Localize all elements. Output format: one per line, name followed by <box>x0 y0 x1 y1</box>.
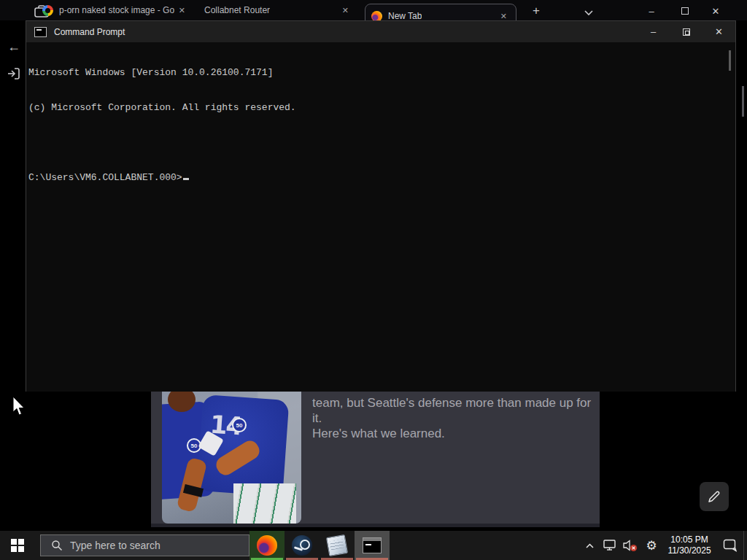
new-tab-icon[interactable]: + <box>527 4 546 19</box>
gear-icon: ⚙ <box>646 538 657 553</box>
browser-tab-collabnet-router[interactable]: Collabnet Router ✕ <box>196 0 360 20</box>
cmd-icon <box>363 537 382 553</box>
tab-close-icon[interactable]: ✕ <box>498 12 510 21</box>
clock-date: 11/30/2025 <box>666 545 713 556</box>
news-excerpt-line2: Here's what we learned. <box>312 426 593 441</box>
tab-close-icon[interactable]: ✕ <box>339 6 352 15</box>
cmd-titlebar[interactable]: Command Prompt – ✕ <box>26 21 735 42</box>
taskbar-search[interactable] <box>40 534 249 556</box>
jersey-badge: 50 <box>232 418 247 432</box>
cmd-blank-line <box>28 137 735 149</box>
tab-title: Collabnet Router <box>204 5 270 15</box>
card-bottom-strip <box>151 524 600 527</box>
command-prompt-window: Command Prompt – ✕ Microsoft Windows [Ve… <box>26 20 736 392</box>
start-button[interactable] <box>0 531 35 560</box>
cmd-output-line: (c) Microsoft Corporation. All rights re… <box>28 102 735 114</box>
cmd-window-title: Command Prompt <box>54 27 125 37</box>
cmd-icon <box>34 27 47 37</box>
tab-close-icon[interactable]: ✕ <box>176 6 188 15</box>
taskbar: ⚙ 10:05 PM 11/30/2025 <box>0 531 747 560</box>
tab-list-chevron-icon[interactable] <box>584 6 594 19</box>
search-icon <box>51 540 63 551</box>
tray-network[interactable] <box>599 531 619 560</box>
close-icon[interactable]: ✕ <box>703 21 735 42</box>
taskbar-notepad-button[interactable] <box>320 531 355 560</box>
browser-toolbar-sliver: ← <box>7 39 26 83</box>
search-input[interactable] <box>70 540 216 551</box>
back-icon[interactable]: ← <box>7 39 26 54</box>
volume-muted-icon <box>622 539 638 552</box>
restore-icon[interactable] <box>673 3 697 19</box>
tab-title: p-orn naked stock image - Goo <box>59 5 174 15</box>
cmd-caret <box>183 178 189 180</box>
taskbar-firefox-button[interactable] <box>249 531 285 560</box>
minimize-icon[interactable]: – <box>639 3 664 19</box>
desktop: p-orn naked stock image - Goo ✕ Collabne… <box>0 0 747 560</box>
action-center-icon <box>723 539 738 552</box>
minimize-icon[interactable]: – <box>637 21 670 42</box>
notepad-icon <box>326 534 348 556</box>
tray-chevron-up[interactable] <box>580 531 599 560</box>
firefox-icon <box>257 535 277 556</box>
browser-scrollbar[interactable] <box>742 86 744 117</box>
pencil-icon <box>707 489 721 504</box>
windows-logo-icon <box>11 539 24 552</box>
cmd-prompt: C:\Users\VM6.COLLABNET.000> <box>28 172 182 183</box>
close-icon[interactable]: ✕ <box>703 3 728 19</box>
tray-volume-muted[interactable] <box>619 531 641 560</box>
clock-time: 10:05 PM <box>666 534 713 545</box>
chevron-up-icon <box>585 542 595 549</box>
browser-tab-stock-image[interactable]: p-orn naked stock image - Goo ✕ <box>38 0 193 20</box>
cmd-terminal[interactable]: Microsoft Windows [Version 10.0.26100.71… <box>26 42 735 392</box>
news-card[interactable]: 14 50 50 team, but Seattle's defense mor… <box>151 392 600 524</box>
cmd-scrollbar[interactable] <box>729 50 731 71</box>
news-excerpt: team, but Seattle's defense more than ma… <box>312 395 593 441</box>
customize-wallpaper-button[interactable] <box>700 482 729 511</box>
news-excerpt-line1: team, but Seattle's defense more than ma… <box>312 395 593 426</box>
taskbar-cmd-button[interactable] <box>355 531 390 560</box>
cmd-output-line: Microsoft Windows [Version 10.0.26100.71… <box>28 67 735 79</box>
sidebar-import-icon[interactable] <box>7 67 26 83</box>
action-center-button[interactable] <box>717 531 743 560</box>
browser-titlebar: p-orn naked stock image - Goo ✕ Collabne… <box>0 0 747 20</box>
mouse-cursor <box>12 396 28 421</box>
cmd-prompt-line: C:\Users\VM6.COLLABNET.000> <box>28 172 735 184</box>
steam-icon <box>292 535 312 556</box>
show-desktop-button[interactable] <box>743 531 747 560</box>
tab-title: New Tab <box>388 11 422 21</box>
taskbar-steam-button[interactable] <box>285 531 320 560</box>
network-icon <box>603 540 616 551</box>
maximize-icon[interactable] <box>670 21 703 42</box>
news-image: 14 50 50 <box>162 392 301 524</box>
tray-settings[interactable]: ⚙ <box>641 531 662 560</box>
taskbar-clock[interactable]: 10:05 PM 11/30/2025 <box>666 534 713 556</box>
google-favicon <box>42 5 53 16</box>
